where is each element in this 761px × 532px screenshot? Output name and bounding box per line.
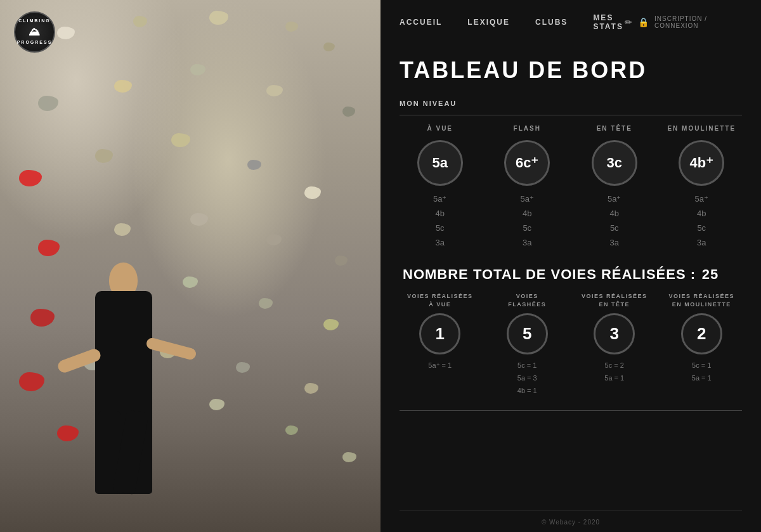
stat-details-3: 5c = 15a = 1 [692, 360, 712, 385]
nav-right: ✏ 🔒 INSCRIPTION / CONNEXION [625, 15, 742, 29]
level-sub-2-2: 5c [610, 223, 619, 233]
climbing-hold [266, 85, 283, 96]
footer-text: © Webacy - 2020 [542, 519, 600, 526]
page-wrapper: CLIMBING ⛰ PROGRESS ACCUEIL LEXIQUE CLUB… [0, 0, 761, 532]
level-sub-2-1: 4b [610, 209, 619, 218]
level-sub-0-0: 5a⁺ [433, 194, 446, 204]
level-sub-1-1: 4b [523, 209, 531, 218]
level-main-badge-1: 6c⁺ [504, 140, 550, 186]
climbing-hold [30, 309, 55, 327]
nav-accueil[interactable]: ACCUEIL [400, 18, 442, 27]
level-sub-2-0: 5a⁺ [608, 194, 621, 204]
climbing-hold [114, 80, 132, 93]
climbing-hold [19, 372, 44, 391]
climbing-hold [57, 27, 75, 39]
level-col-2: EN TÊTE3c5a⁺4b5c3a [574, 125, 655, 247]
stat-col-1: VOIESFLASHÉES55c = 15a = 34b = 1 [487, 292, 568, 398]
level-sub-2-3: 3a [610, 238, 619, 247]
stat-col-header-1: VOIESFLASHÉES [508, 292, 546, 308]
divider [400, 410, 742, 411]
level-main-badge-2: 3c [592, 140, 637, 186]
mon-niveau-section: MON NIVEAU À VUE5a5a⁺4b5c3aFLASH6c⁺5a⁺4b… [400, 100, 742, 247]
stat-col-3: VOIES RÉALISÉESEN MOULINETTE25c = 15a = … [661, 292, 743, 398]
climbing-hold [133, 16, 147, 27]
climbing-hold [38, 96, 58, 111]
climbing-hold [335, 256, 348, 266]
stat-details-2: 5c = 25a = 1 [604, 360, 624, 385]
figure-arm-right [145, 337, 197, 361]
climbing-hold [171, 133, 190, 147]
level-sub-1-3: 3a [523, 238, 531, 247]
stat-badge-2: 3 [594, 313, 635, 354]
page-title: TABLEAU DE BORD [400, 57, 742, 84]
logo[interactable]: CLIMBING ⛰ PROGRESS [14, 11, 55, 53]
stat-badge-1: 5 [507, 313, 548, 354]
climbing-hold [323, 42, 335, 51]
level-main-badge-3: 4b⁺ [679, 140, 724, 186]
climbing-hold [209, 11, 228, 25]
climbing-hold [304, 383, 318, 394]
main-nav: ACCUEIL LEXIQUE CLUBS MES STATS [400, 13, 625, 31]
total-value: 25 [702, 266, 719, 282]
nav-mes-stats[interactable]: MES STATS [593, 13, 625, 31]
level-sub-1-0: 5a⁺ [521, 194, 534, 204]
climbing-hold [259, 298, 273, 309]
total-routes-label: NOMBRE TOTAL DE VOIES RÉALISÉES : 25 [400, 266, 742, 283]
level-col-header-1: FLASH [514, 125, 541, 132]
stat-col-header-3: VOIES RÉALISÉESEN MOULINETTE [668, 292, 734, 308]
level-sub-3-2: 5c [697, 223, 706, 233]
logo-area: CLIMBING ⛰ PROGRESS [14, 11, 55, 53]
stat-col-header-2: VOIES RÉALISÉESEN TÊTE [582, 292, 647, 308]
climbing-wall-bg [0, 0, 380, 532]
nav-clubs[interactable]: CLUBS [535, 18, 568, 27]
left-photo-panel: CLIMBING ⛰ PROGRESS [0, 0, 380, 532]
right-footer: © Webacy - 2020 [380, 505, 761, 532]
total-label-text: NOMBRE TOTAL DE VOIES RÉALISÉES : [403, 266, 696, 282]
level-sub-0-2: 5c [436, 223, 445, 233]
level-sub-1-2: 5c [523, 223, 531, 233]
stat-badge-3: 2 [681, 313, 722, 354]
mon-niveau-label: MON NIVEAU [400, 100, 742, 107]
logo-icon: ⛰ [17, 25, 53, 39]
level-sub-0-1: 4b [436, 209, 445, 218]
climbing-hold [95, 149, 113, 163]
pencil-icon: ✏ [625, 17, 633, 27]
level-col-1: FLASH6c⁺5a⁺4b5c3a [487, 125, 568, 247]
stat-badge-0: 1 [419, 313, 460, 354]
climbing-hold [323, 319, 339, 330]
level-sub-0-3: 3a [436, 238, 445, 247]
level-sub-3-3: 3a [697, 238, 706, 247]
climbing-hold [285, 22, 298, 32]
inscription-label[interactable]: INSCRIPTION / CONNEXION [654, 15, 742, 29]
level-sub-3-0: 5a⁺ [695, 194, 708, 204]
climbing-hold [285, 425, 298, 435]
right-panel: ACCUEIL LEXIQUE CLUBS MES STATS ✏ 🔒 INSC… [380, 0, 761, 532]
stats-grid: VOIES RÉALISÉESÀ VUE15a⁺ = 1VOIESFLASHÉE… [400, 292, 742, 398]
climbing-hold [342, 107, 355, 117]
climber-figure [57, 177, 216, 494]
stat-col-0: VOIES RÉALISÉESÀ VUE15a⁺ = 1 [400, 292, 481, 398]
main-content: TABLEAU DE BORD MON NIVEAU À VUE5a5a⁺4b5… [380, 44, 761, 505]
level-col-0: À VUE5a5a⁺4b5c3a [400, 125, 481, 247]
level-col-3: EN MOULINETTE4b⁺5a⁺4b5c3a [661, 125, 743, 247]
stat-col-header-0: VOIES RÉALISÉESÀ VUE [407, 292, 473, 308]
level-sub-3-1: 4b [697, 209, 706, 218]
stat-details-1: 5c = 15a = 34b = 1 [517, 360, 537, 397]
climbing-hold [236, 362, 250, 373]
header: ACCUEIL LEXIQUE CLUBS MES STATS ✏ 🔒 INSC… [380, 0, 761, 44]
climbing-hold [190, 64, 205, 75]
climbing-hold [247, 160, 261, 170]
level-col-header-3: EN MOULINETTE [667, 125, 736, 132]
level-col-header-2: EN TÊTE [597, 125, 632, 132]
lock-icon: 🔒 [638, 17, 649, 27]
climbing-hold [304, 186, 321, 199]
level-main-badge-0: 5a [417, 140, 463, 186]
level-grid: À VUE5a5a⁺4b5c3aFLASH6c⁺5a⁺4b5c3aEN TÊTE… [400, 115, 742, 247]
logo-text-bottom: PROGRESS [17, 40, 53, 45]
stat-details-0: 5a⁺ = 1 [428, 360, 452, 372]
stats-section: NOMBRE TOTAL DE VOIES RÉALISÉES : 25 VOI… [400, 266, 742, 398]
nav-lexique[interactable]: LEXIQUE [467, 18, 510, 27]
level-col-header-0: À VUE [427, 125, 453, 132]
climbing-hold [38, 240, 60, 256]
climbing-hold [342, 452, 356, 462]
